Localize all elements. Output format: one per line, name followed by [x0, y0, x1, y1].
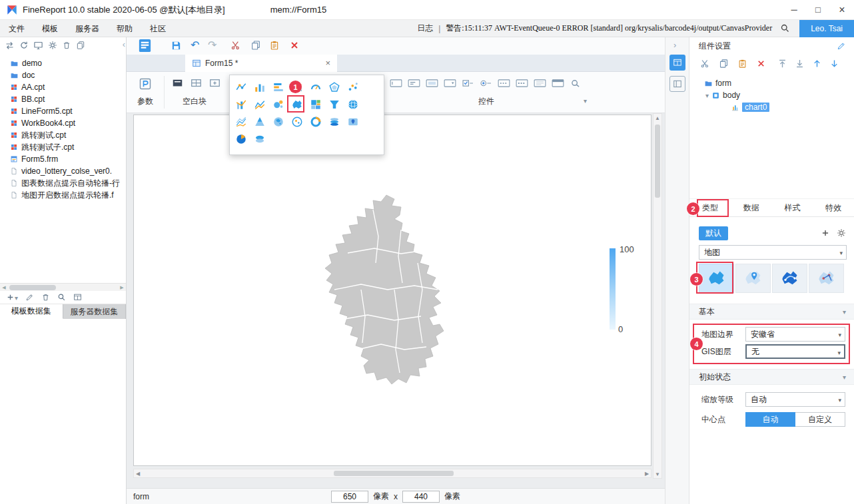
section-initial-state[interactable]: 初始状态 [689, 369, 854, 385]
section-basic[interactable]: 基本 [689, 304, 854, 320]
undo-icon[interactable]: ↶ [191, 39, 199, 51]
absolute-block-icon[interactable] [208, 77, 222, 89]
password-control-icon[interactable] [516, 79, 528, 88]
scrollbar-thumb[interactable] [655, 125, 660, 198]
tree-item-cpt[interactable]: LineForm5.cpt [0, 105, 126, 117]
tab-server-dataset[interactable]: 服务器数据集 [63, 304, 127, 319]
plugin-settings-icon[interactable] [48, 41, 57, 50]
tree-node-body[interactable]: body [689, 89, 854, 101]
close-button[interactable]: × [830, 0, 854, 20]
tree-item-doc[interactable]: video_lottery_colse_ver0. [0, 165, 126, 177]
move-to-top-icon[interactable] [777, 59, 787, 69]
scrollbar-thumb[interactable] [334, 471, 454, 476]
menu-template[interactable]: 模板 [33, 20, 67, 37]
tree-item-cpt[interactable]: BB.cpt [0, 93, 126, 105]
style-settings-gear-icon[interactable] [837, 228, 846, 238]
button-control-icon[interactable] [426, 79, 438, 88]
tree-item-folder[interactable]: doc [0, 69, 126, 81]
chart-type-multi-pie-icon[interactable] [254, 133, 266, 145]
refresh-icon[interactable] [19, 41, 29, 50]
maximize-button[interactable]: □ [806, 0, 830, 20]
redo-icon[interactable]: ↷ [208, 39, 216, 51]
tab-template-dataset[interactable]: 模板数据集 [0, 304, 63, 319]
tab-block-icon[interactable] [189, 77, 203, 89]
chart-family-select[interactable]: 地图 [699, 245, 847, 260]
chart-type-radar-icon[interactable] [328, 81, 340, 93]
gis-layer-select[interactable]: 无 [745, 344, 845, 359]
chart-type-bubble-icon[interactable] [272, 99, 284, 111]
collapse-left-panel-icon[interactable]: ‹ [123, 39, 125, 49]
chart-type-sphere-icon[interactable] [347, 99, 359, 111]
textfield-control-icon[interactable] [390, 79, 402, 88]
chart-type-combo-icon[interactable] [235, 81, 247, 93]
canvas-vscrollbar[interactable]: ▲ ▼ [653, 113, 662, 479]
map-boundary-select[interactable]: 安徽省 [745, 327, 845, 342]
tree-item-doc[interactable]: 图表数据点提示自动轮播-行 [0, 177, 126, 189]
parameter-pane-icon[interactable] [139, 77, 152, 91]
canvas-hscrollbar[interactable]: ◀ ▶ [133, 469, 651, 478]
dataset-table-icon[interactable] [73, 293, 82, 302]
delete-icon[interactable] [289, 40, 300, 51]
menu-file[interactable]: 文件 [0, 20, 33, 37]
tree-node-form[interactable]: form [689, 77, 854, 89]
radio-control-icon[interactable] [480, 79, 492, 88]
close-tab-icon[interactable]: × [285, 58, 330, 68]
label-control-icon[interactable] [408, 79, 420, 88]
paste-component-icon[interactable] [737, 59, 747, 69]
minimize-button[interactable]: ─ [782, 0, 806, 20]
textarea-control-icon[interactable] [534, 79, 546, 88]
chart-type-world-map-icon[interactable] [291, 116, 303, 128]
chart-type-treemap-icon[interactable] [310, 99, 322, 111]
collapse-caret-icon[interactable] [705, 91, 709, 100]
chart-type-scatter-icon[interactable] [347, 81, 359, 93]
map-style-area[interactable] [699, 264, 734, 293]
tree-item-cpt[interactable]: 跳转测试.cpt [0, 129, 126, 141]
chart-type-pie-icon[interactable] [235, 133, 247, 145]
add-style-icon[interactable] [821, 228, 830, 238]
scroll-right-icon[interactable]: ▶ [643, 469, 651, 477]
chart-type-column-icon[interactable] [254, 81, 266, 93]
report-block-icon[interactable] [171, 77, 185, 89]
query-control-icon[interactable] [570, 79, 582, 88]
add-dataset-icon[interactable] [6, 293, 18, 302]
scroll-left-icon[interactable]: ◀ [134, 469, 142, 477]
edit-dataset-icon[interactable] [25, 293, 34, 302]
scroll-down-icon[interactable]: ▼ [653, 470, 661, 478]
switch-workspace-icon[interactable] [5, 41, 15, 51]
preview-icon[interactable] [33, 41, 43, 51]
chart-type-pyramid-icon[interactable] [254, 116, 266, 128]
file-tree-hscrollbar[interactable]: ◀ ▶ [0, 283, 126, 291]
delete-component-icon[interactable] [756, 59, 766, 69]
chart-type-multiline-icon[interactable] [235, 116, 247, 128]
tree-item-frm[interactable]: Form5.frm [0, 153, 126, 165]
default-style-button[interactable]: 默认 [699, 226, 728, 240]
chart-type-globe-icon[interactable] [272, 116, 284, 128]
log-warning-text[interactable]: 警告:15:11:37 AWT-EventQueue-0 ERROR [stan… [446, 23, 772, 34]
template-icon[interactable] [137, 38, 153, 53]
widget-more-caret-icon[interactable] [584, 97, 587, 105]
tree-item-cpt[interactable]: WorkBook4.cpt [0, 117, 126, 129]
combobox-control-icon[interactable] [444, 79, 456, 88]
tab-style[interactable]: 样式 [772, 199, 813, 216]
form-canvas[interactable]: 100 0 [133, 115, 651, 466]
chart-type-gis-map-icon[interactable] [347, 116, 359, 128]
save-icon[interactable] [171, 40, 182, 51]
paste-icon[interactable] [269, 40, 280, 51]
anhui-province-map[interactable] [300, 190, 468, 389]
user-account-button[interactable]: Leo. Tsai [799, 20, 854, 37]
copy-component-icon[interactable] [719, 59, 729, 69]
document-tab[interactable]: Form15 * × [185, 55, 337, 72]
map-style-flow[interactable] [772, 264, 807, 293]
layout-dock-icon[interactable] [669, 76, 685, 92]
move-down-icon[interactable] [829, 59, 839, 69]
chart-type-line-icon[interactable] [254, 99, 266, 111]
tree-node-chart0[interactable]: chart0 [689, 101, 854, 113]
center-auto-button[interactable]: 自动 [745, 412, 795, 427]
duplicate-file-icon[interactable] [76, 41, 85, 50]
tab-effects[interactable]: 特效 [813, 199, 854, 216]
number-control-icon[interactable] [498, 79, 510, 88]
menu-help[interactable]: 帮助 [108, 20, 141, 37]
menu-server[interactable]: 服务器 [67, 20, 108, 37]
chart-type-map-icon[interactable] [291, 99, 303, 111]
checkbox-control-icon[interactable] [462, 79, 474, 88]
